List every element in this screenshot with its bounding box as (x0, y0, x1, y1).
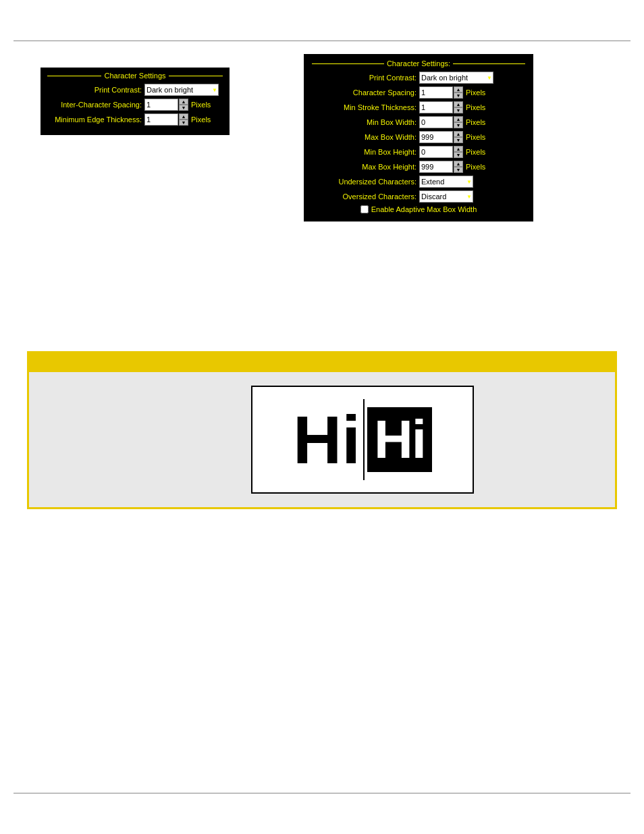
right-min-box-width-spinner: ▲ ▼ (454, 116, 463, 128)
right-oversized-dropdown-container: Discard Extend ▼ (419, 190, 473, 203)
left-panel-title: Character Settings (47, 72, 223, 80)
left-min-edge-thickness-up-button[interactable]: ▲ (179, 113, 188, 120)
right-undersized-row: Undersized Characters: Extend Discard ▼ (312, 176, 525, 188)
right-undersized-dropdown-container: Extend Discard ▼ (419, 176, 473, 188)
right-undersized-select[interactable]: Extend Discard (419, 176, 473, 188)
right-print-contrast-dropdown-container: Dark on bright Bright on dark ▼ (419, 72, 493, 84)
right-min-box-height-down-button[interactable]: ▼ (454, 152, 463, 158)
right-min-box-height-row: Min Box Height: ▲ ▼ Pixels (312, 146, 525, 158)
right-max-box-height-row: Max Box Height: ▲ ▼ Pixels (312, 161, 525, 173)
left-min-edge-thickness-spinner: ▲ ▼ (179, 113, 188, 126)
right-max-box-width-down-button[interactable]: ▼ (454, 137, 463, 143)
left-min-edge-thickness-input[interactable] (144, 113, 178, 126)
left-min-edge-thickness-row: Minimum Edge Thickness: ▲ ▼ Pixels (47, 113, 223, 126)
left-print-contrast-label: Print Contrast: (47, 86, 142, 94)
right-oversized-select[interactable]: Discard Extend (419, 190, 473, 203)
left-inter-char-spacing-label: Inter-Character Spacing: (47, 101, 142, 109)
right-panel-inner: Character Settings: Print Contrast: Dark… (305, 55, 532, 220)
left-inter-char-spacing-input[interactable] (144, 99, 178, 111)
right-max-box-height-down-button[interactable]: ▼ (454, 167, 463, 173)
left-panel-title-text: Character Settings (104, 72, 165, 80)
preview-header (29, 353, 615, 372)
hi-inverted-container: Hi (367, 407, 432, 472)
right-min-stroke-up-button[interactable]: ▲ (454, 101, 463, 107)
left-panel-inner: Character Settings Print Contrast: Dark … (42, 69, 228, 134)
right-max-box-height-label: Max Box Height: (312, 163, 417, 171)
right-max-box-height-input[interactable] (419, 161, 453, 173)
adaptive-max-box-width-checkbox[interactable] (360, 205, 369, 213)
right-min-box-width-down-button[interactable]: ▼ (454, 122, 463, 128)
right-oversized-label: Oversized Characters: (312, 192, 417, 201)
right-max-box-width-input[interactable] (419, 131, 453, 143)
right-min-box-width-unit: Pixels (466, 118, 485, 126)
right-char-spacing-spinner: ▲ ▼ (454, 86, 463, 99)
hi-normal-text: Hi (293, 406, 360, 473)
right-character-settings-panel: Character Settings: Print Contrast: Dark… (304, 54, 533, 221)
adaptive-max-box-width-label: Enable Adaptive Max Box Width (371, 205, 477, 213)
hi-inverted-text: Hi (374, 409, 425, 469)
left-min-edge-thickness-label: Minimum Edge Thickness: (47, 115, 142, 124)
bottom-divider (14, 793, 630, 793)
left-inter-char-spacing-unit: Pixels (191, 101, 211, 109)
left-inter-char-spacing-up-button[interactable]: ▲ (179, 99, 188, 105)
right-min-box-height-unit: Pixels (466, 148, 485, 156)
right-min-box-width-input[interactable] (419, 116, 453, 128)
right-max-box-height-up-button[interactable]: ▲ (454, 161, 463, 167)
right-undersized-label: Undersized Characters: (312, 178, 417, 186)
right-min-box-height-spinner: ▲ ▼ (454, 146, 463, 158)
left-inter-char-spacing-down-button[interactable]: ▼ (179, 105, 188, 111)
preview-body: Hi Hi (29, 372, 615, 507)
right-min-stroke-row: Min Stroke Thickness: ▲ ▼ Pixels (312, 101, 525, 113)
right-oversized-row: Oversized Characters: Discard Extend ▼ (312, 190, 525, 203)
right-min-stroke-input[interactable] (419, 101, 453, 113)
right-char-spacing-label: Character Spacing: (312, 88, 417, 97)
right-max-box-height-spinner: ▲ ▼ (454, 161, 463, 173)
right-min-box-width-label: Min Box Width: (312, 118, 417, 126)
right-min-stroke-spinner: ▲ ▼ (454, 101, 463, 113)
preview-image: Hi Hi (251, 386, 474, 494)
left-min-edge-thickness-down-button[interactable]: ▼ (179, 120, 188, 126)
top-divider (14, 41, 630, 41)
left-inter-char-spacing-row: Inter-Character Spacing: ▲ ▼ Pixels (47, 99, 223, 111)
right-panel-title-text: Character Settings: (387, 59, 450, 68)
left-min-edge-thickness-unit: Pixels (191, 115, 211, 124)
right-min-stroke-down-button[interactable]: ▼ (454, 107, 463, 113)
right-min-stroke-unit: Pixels (466, 103, 485, 111)
right-print-contrast-select[interactable]: Dark on bright Bright on dark (419, 72, 493, 84)
left-print-contrast-row: Print Contrast: Dark on bright Bright on… (47, 84, 223, 96)
left-print-contrast-select[interactable]: Dark on bright Bright on dark (144, 84, 219, 96)
right-char-spacing-up-button[interactable]: ▲ (454, 86, 463, 93)
left-inter-char-spacing-spinner: ▲ ▼ (179, 99, 188, 111)
right-max-box-width-label: Max Box Width: (312, 133, 417, 141)
right-min-box-width-row: Min Box Width: ▲ ▼ Pixels (312, 116, 525, 128)
right-adaptive-checkbox-row: Enable Adaptive Max Box Width (312, 205, 525, 213)
right-char-spacing-down-button[interactable]: ▼ (454, 93, 463, 99)
left-character-settings-panel: Character Settings Print Contrast: Dark … (41, 68, 230, 135)
right-max-box-width-unit: Pixels (466, 133, 485, 141)
right-min-box-height-up-button[interactable]: ▲ (454, 146, 463, 152)
left-panel-box: Character Settings Print Contrast: Dark … (41, 68, 230, 135)
right-max-box-width-spinner: ▲ ▼ (454, 131, 463, 143)
right-panel-title: Character Settings: (312, 59, 525, 68)
right-print-contrast-label: Print Contrast: (312, 74, 417, 82)
right-panel-box: Character Settings: Print Contrast: Dark… (304, 54, 533, 221)
right-char-spacing-input[interactable] (419, 86, 453, 99)
right-print-contrast-row: Print Contrast: Dark on bright Bright on… (312, 72, 525, 84)
right-char-spacing-row: Character Spacing: ▲ ▼ Pixels (312, 86, 525, 99)
right-max-box-width-row: Max Box Width: ▲ ▼ Pixels (312, 131, 525, 143)
preview-section: Hi Hi (27, 351, 617, 509)
right-char-spacing-unit: Pixels (466, 88, 485, 97)
preview-divider (363, 399, 365, 480)
right-min-stroke-label: Min Stroke Thickness: (312, 103, 417, 111)
left-print-contrast-dropdown-container: Dark on bright Bright on dark ▼ (144, 84, 219, 96)
right-min-box-height-label: Min Box Height: (312, 148, 417, 156)
right-max-box-width-up-button[interactable]: ▲ (454, 131, 463, 137)
right-min-box-height-input[interactable] (419, 146, 453, 158)
right-min-box-width-up-button[interactable]: ▲ (454, 116, 463, 122)
right-max-box-height-unit: Pixels (466, 163, 485, 171)
